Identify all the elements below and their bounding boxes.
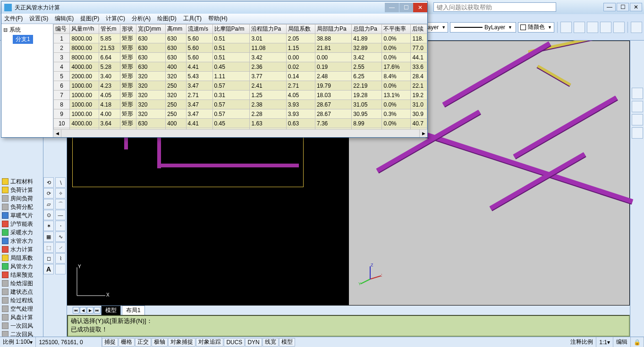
status-toggle[interactable]: 线宽	[263, 338, 279, 347]
menu-item[interactable]: 设置(S)	[29, 15, 48, 23]
tool-button[interactable]: ✶	[43, 221, 54, 231]
status-toggle[interactable]: 正交	[135, 338, 151, 347]
tab-nav-first[interactable]: ⏮	[73, 307, 79, 314]
tab-nav-prev[interactable]: ◀	[80, 307, 86, 314]
tool-button[interactable]: ▦	[43, 231, 54, 242]
column-header[interactable]: 局部阻力Pa	[315, 25, 351, 34]
menu-item[interactable]: 编辑(E)	[55, 15, 74, 23]
table-row[interactable]: 28000.0021.53矩形6306305.600.5111.081.1521…	[54, 43, 427, 53]
dialog-titlebar[interactable]: 天正风管水力计算 — ☐ ✕	[1, 1, 427, 14]
column-header[interactable]: 形状	[120, 25, 136, 34]
app-minimize-button[interactable]: —	[603, 3, 616, 11]
menu-item[interactable]: 计算(C)	[106, 15, 125, 23]
menu-item[interactable]: 提图(P)	[80, 15, 99, 23]
tool-button[interactable]	[55, 264, 66, 274]
table-row[interactable]: 52000.003.40矩形3203205.431.113.770.142.48…	[54, 72, 427, 81]
feature-item[interactable]: 风盘计算	[0, 313, 43, 322]
column-header[interactable]: 后续	[411, 25, 427, 34]
menu-item[interactable]: 绘图(D)	[157, 15, 177, 23]
tool-button[interactable]: ⬚	[43, 242, 54, 253]
tab-nav-next[interactable]: ▶	[87, 307, 93, 314]
tool-button[interactable]: ⟋	[55, 242, 66, 253]
column-header[interactable]: 局阻系数	[286, 25, 315, 34]
column-header[interactable]: 沿程阻力Pa	[250, 25, 286, 34]
tool-button[interactable]: ・	[55, 221, 66, 231]
tab-layout1[interactable]: 布局1	[122, 306, 145, 315]
right-tool-button[interactable]	[632, 114, 643, 125]
table-row[interactable]: 18000.005.85矩形6306305.600.513.012.0538.8…	[54, 34, 427, 43]
feature-item[interactable]: 建状态点	[0, 288, 43, 296]
feature-item[interactable]: 绘过程线	[0, 296, 43, 305]
scroll-right-button[interactable]: ▶	[419, 130, 427, 137]
tool-button[interactable]: ⊙	[43, 210, 54, 220]
help-search-input[interactable]	[433, 2, 556, 12]
column-header[interactable]: 总阻力Pa	[352, 25, 382, 34]
status-lock-icon[interactable]: 🔒	[631, 337, 644, 347]
feature-item[interactable]: 风管水力	[0, 262, 43, 271]
table-row[interactable]: 61000.004.23矩形3202503.470.572.412.7119.7…	[54, 81, 427, 91]
toolbar-icon[interactable]	[631, 22, 642, 33]
status-toggle[interactable]: 捕捉	[102, 338, 118, 347]
tool-button[interactable]: ✧	[55, 188, 66, 198]
grid-scrollbar[interactable]: ◀ ▶	[53, 129, 427, 137]
tool-button[interactable]: ⟳	[43, 188, 54, 198]
status-toggle[interactable]: 对象追踪	[196, 338, 223, 347]
column-header[interactable]: 不平衡率	[382, 25, 411, 34]
column-header[interactable]: 管长m	[99, 25, 120, 34]
status-scale[interactable]: 比例 1:100 ▾	[0, 337, 36, 347]
status-edit[interactable]: 编辑	[613, 337, 631, 347]
feature-item[interactable]: 采暖水力	[0, 228, 43, 237]
feature-item[interactable]: 房间负荷	[0, 194, 43, 203]
tool-button[interactable]: ∿	[55, 231, 66, 242]
feature-item[interactable]: 工程材料	[0, 177, 43, 186]
text-tool-button[interactable]: A	[43, 264, 54, 274]
feature-item[interactable]: 二次回风	[0, 330, 43, 337]
toolbar-icon[interactable]	[613, 22, 625, 33]
table-row[interactable]: 81000.004.18矩形3202503.470.572.383.9328.6…	[54, 100, 427, 109]
results-grid[interactable]: 编号风量m³/h管长m形状宽(D)mm高mm流速m/s比摩阻Pa/m沿程阻力Pa…	[53, 24, 427, 129]
linetype-dropdown[interactable]: ByLayer▼	[450, 22, 516, 33]
dialog-maximize-button[interactable]: ☐	[399, 3, 413, 12]
right-tool-button[interactable]	[632, 101, 643, 112]
tab-nav-last[interactable]: ⏭	[94, 307, 101, 314]
status-toggle[interactable]: DUCS	[224, 338, 245, 347]
tool-button[interactable]: ⌇	[55, 253, 66, 264]
column-header[interactable]: 编号	[54, 25, 70, 34]
column-header[interactable]: 宽(D)mm	[136, 25, 166, 34]
feature-item[interactable]: 局阻系数	[0, 254, 43, 262]
toolbar-icon[interactable]	[587, 22, 598, 33]
feature-item[interactable]: 沪节能表	[0, 220, 43, 228]
table-row[interactable]: 71000.004.05矩形3203202.710.311.254.0518.0…	[54, 91, 427, 100]
feature-item[interactable]: 绘焓湿图	[0, 279, 43, 288]
status-toggle[interactable]: 模型	[279, 338, 295, 347]
right-tool-button[interactable]	[632, 88, 643, 99]
color-dropdown[interactable]: 随颜色▼	[518, 22, 554, 33]
status-toggle[interactable]: 对象捕捉	[168, 338, 195, 347]
column-header[interactable]: 流速m/s	[186, 25, 212, 34]
toolbar-icon[interactable]	[574, 22, 585, 33]
tool-button[interactable]: ⟲	[43, 177, 54, 188]
feature-item[interactable]: 水管水力	[0, 237, 43, 245]
tree-child-selected[interactable]: 分支1	[13, 35, 33, 44]
dialog-close-button[interactable]: ✕	[413, 3, 427, 12]
app-close-button[interactable]: ✕	[630, 3, 642, 11]
menu-item[interactable]: 文件(F)	[4, 15, 23, 23]
tree-root[interactable]: 系统	[3, 26, 51, 34]
feature-item[interactable]: 结果预览	[0, 271, 43, 279]
menu-item[interactable]: 工具(T)	[183, 15, 202, 23]
menu-item[interactable]: 分析(A)	[132, 15, 151, 23]
tab-model[interactable]: 模型	[101, 306, 121, 315]
feature-item[interactable]: 水力计算	[0, 245, 43, 254]
column-header[interactable]: 风量m³/h	[70, 25, 99, 34]
toolbar-icon[interactable]	[560, 22, 572, 33]
scroll-left-button[interactable]: ◀	[53, 130, 61, 137]
feature-item[interactable]: 负荷计算	[0, 186, 43, 194]
status-toggle[interactable]: 栅格	[119, 338, 135, 347]
column-header[interactable]: 高mm	[166, 25, 186, 34]
layer-dropdown[interactable]: ayer▼	[425, 22, 448, 33]
tool-button[interactable]: ⌒	[55, 199, 66, 209]
toolbar-icon[interactable]	[600, 22, 611, 33]
menu-item[interactable]: 帮助(H)	[208, 15, 228, 23]
feature-item[interactable]: 负荷分配	[0, 203, 43, 211]
status-annot-value[interactable]: 1:1 ▾	[596, 337, 613, 347]
